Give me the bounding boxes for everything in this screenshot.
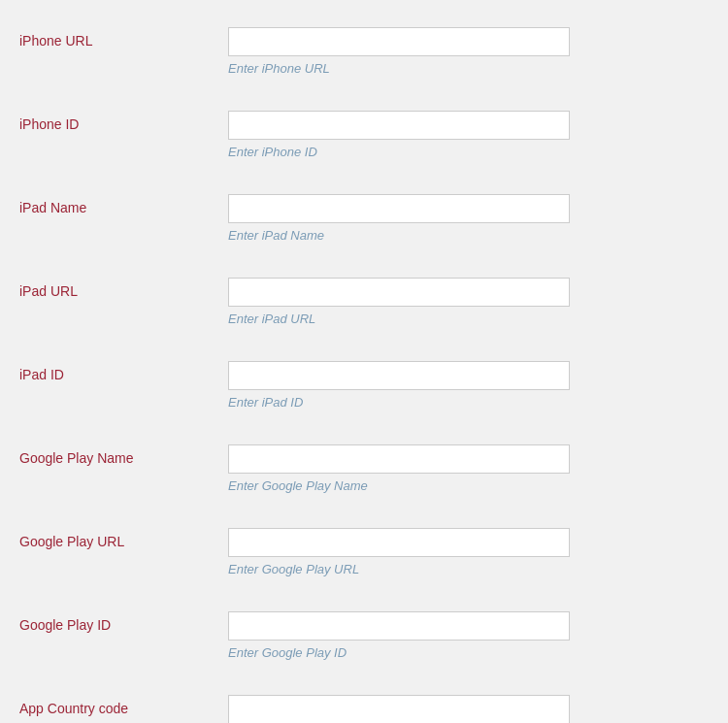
- hint-ipad-id: Enter iPad ID: [228, 395, 709, 410]
- row-ipad-name: iPad NameEnter iPad Name: [19, 177, 709, 260]
- label-iphone-url: iPhone URL: [19, 27, 228, 49]
- input-ipad-url[interactable]: [228, 278, 570, 307]
- field-wrapper-google-play-id: Enter Google Play ID: [228, 611, 709, 660]
- field-wrapper-ipad-url: Enter iPad URL: [228, 278, 709, 326]
- label-google-play-name: Google Play Name: [19, 444, 228, 466]
- label-google-play-url: Google Play URL: [19, 528, 228, 549]
- hint-ipad-url: Enter iPad URL: [228, 312, 709, 326]
- input-google-play-name[interactable]: [228, 444, 570, 474]
- label-ipad-url: iPad URL: [19, 278, 228, 299]
- row-google-play-url: Google Play URLEnter Google Play URL: [19, 510, 709, 594]
- field-wrapper-ipad-id: Enter iPad ID: [228, 361, 709, 410]
- input-ipad-id[interactable]: [228, 361, 570, 390]
- field-wrapper-app-country-code: Enter 2 letter App Country code in case …: [228, 695, 709, 723]
- hint-iphone-id: Enter iPhone ID: [228, 145, 709, 159]
- row-app-country-code: App Country codeEnter 2 letter App Count…: [19, 677, 709, 723]
- row-google-play-name: Google Play NameEnter Google Play Name: [19, 427, 709, 510]
- field-wrapper-google-play-name: Enter Google Play Name: [228, 444, 709, 493]
- label-iphone-id: iPhone ID: [19, 111, 228, 132]
- label-google-play-id: Google Play ID: [19, 611, 228, 633]
- label-app-country-code: App Country code: [19, 695, 228, 716]
- row-iphone-url: iPhone URLEnter iPhone URL: [19, 10, 709, 93]
- input-ipad-name[interactable]: [228, 194, 570, 223]
- form-container: iPhone URLEnter iPhone URLiPhone IDEnter…: [0, 0, 728, 723]
- row-ipad-id: iPad IDEnter iPad ID: [19, 344, 709, 427]
- hint-iphone-url: Enter iPhone URL: [228, 61, 709, 76]
- label-ipad-name: iPad Name: [19, 194, 228, 215]
- input-iphone-id[interactable]: [228, 111, 570, 140]
- field-wrapper-google-play-url: Enter Google Play URL: [228, 528, 709, 576]
- row-ipad-url: iPad URLEnter iPad URL: [19, 260, 709, 344]
- input-google-play-id[interactable]: [228, 611, 570, 641]
- row-iphone-id: iPhone IDEnter iPhone ID: [19, 93, 709, 177]
- label-ipad-id: iPad ID: [19, 361, 228, 382]
- input-google-play-url[interactable]: [228, 528, 570, 557]
- hint-google-play-name: Enter Google Play Name: [228, 478, 709, 493]
- hint-google-play-id: Enter Google Play ID: [228, 645, 709, 660]
- hint-google-play-url: Enter Google Play URL: [228, 562, 709, 576]
- hint-ipad-name: Enter iPad Name: [228, 228, 709, 243]
- input-app-country-code[interactable]: [228, 695, 570, 723]
- row-google-play-id: Google Play IDEnter Google Play ID: [19, 594, 709, 677]
- field-wrapper-ipad-name: Enter iPad Name: [228, 194, 709, 243]
- input-iphone-url[interactable]: [228, 27, 570, 56]
- field-wrapper-iphone-id: Enter iPhone ID: [228, 111, 709, 159]
- field-wrapper-iphone-url: Enter iPhone URL: [228, 27, 709, 76]
